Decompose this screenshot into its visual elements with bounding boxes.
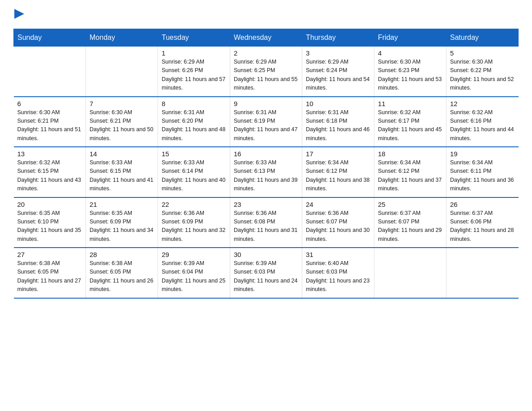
day-number: 5 [450,49,515,57]
day-number: 9 [234,100,298,107]
calendar-cell: 13Sunrise: 6:32 AMSunset: 6:15 PMDayligh… [14,147,86,197]
calendar-week-row: 27Sunrise: 6:38 AMSunset: 6:05 PMDayligh… [14,248,519,298]
calendar-week-row: 1Sunrise: 6:29 AMSunset: 6:26 PMDaylight… [14,47,519,97]
header-friday: Friday [374,29,446,47]
header-thursday: Thursday [302,29,374,47]
day-info: Sunrise: 6:32 AMSunset: 6:15 PMDaylight:… [17,158,82,193]
calendar-cell: 9Sunrise: 6:31 AMSunset: 6:19 PMDaylight… [230,97,302,147]
calendar-cell: 31Sunrise: 6:40 AMSunset: 6:03 PMDayligh… [302,248,374,298]
day-info: Sunrise: 6:30 AMSunset: 6:23 PMDaylight:… [378,58,442,93]
day-number: 20 [17,201,82,208]
day-info: Sunrise: 6:35 AMSunset: 6:09 PMDaylight:… [90,209,154,244]
page-header [13,9,519,20]
day-number: 10 [306,100,370,107]
day-info: Sunrise: 6:31 AMSunset: 6:18 PMDaylight:… [306,108,370,143]
day-number: 29 [162,251,226,258]
day-number: 1 [162,49,226,57]
calendar-cell: 29Sunrise: 6:39 AMSunset: 6:04 PMDayligh… [158,248,230,298]
calendar-cell: 10Sunrise: 6:31 AMSunset: 6:18 PMDayligh… [302,97,374,147]
calendar-cell [14,47,86,97]
day-number: 7 [90,100,154,107]
header-tuesday: Tuesday [158,29,230,47]
day-info: Sunrise: 6:29 AMSunset: 6:26 PMDaylight:… [162,58,226,93]
day-info: Sunrise: 6:33 AMSunset: 6:14 PMDaylight:… [162,158,226,193]
day-info: Sunrise: 6:34 AMSunset: 6:12 PMDaylight:… [378,158,442,193]
calendar-cell [446,248,519,298]
day-number: 26 [450,201,515,208]
header-sunday: Sunday [14,29,86,47]
day-number: 28 [90,251,154,258]
day-number: 8 [162,100,226,107]
day-number: 17 [306,150,370,158]
calendar-week-row: 20Sunrise: 6:35 AMSunset: 6:10 PMDayligh… [14,197,519,248]
day-info: Sunrise: 6:32 AMSunset: 6:17 PMDaylight:… [378,108,442,143]
day-number: 13 [17,150,82,158]
day-info: Sunrise: 6:35 AMSunset: 6:10 PMDaylight:… [17,209,82,244]
day-info: Sunrise: 6:30 AMSunset: 6:21 PMDaylight:… [90,108,154,143]
calendar-cell: 23Sunrise: 6:36 AMSunset: 6:08 PMDayligh… [230,197,302,248]
day-info: Sunrise: 6:32 AMSunset: 6:16 PMDaylight:… [450,108,515,143]
day-number: 12 [450,100,515,107]
day-info: Sunrise: 6:33 AMSunset: 6:15 PMDaylight:… [90,158,154,193]
day-number: 4 [378,49,442,57]
calendar-cell [374,248,446,298]
header-wednesday: Wednesday [230,29,302,47]
day-info: Sunrise: 6:34 AMSunset: 6:12 PMDaylight:… [306,158,370,193]
day-number: 22 [162,201,226,208]
day-number: 21 [90,201,154,208]
calendar-header-row: SundayMondayTuesdayWednesdayThursdayFrid… [14,29,519,47]
day-number: 16 [234,150,298,158]
day-number: 6 [17,100,82,107]
calendar-cell: 28Sunrise: 6:38 AMSunset: 6:05 PMDayligh… [86,248,158,298]
day-number: 24 [306,201,370,208]
day-info: Sunrise: 6:34 AMSunset: 6:11 PMDaylight:… [450,158,515,193]
calendar-cell: 1Sunrise: 6:29 AMSunset: 6:26 PMDaylight… [158,47,230,97]
day-info: Sunrise: 6:31 AMSunset: 6:20 PMDaylight:… [162,108,226,143]
calendar-cell: 20Sunrise: 6:35 AMSunset: 6:10 PMDayligh… [14,197,86,248]
svg-marker-0 [14,9,24,19]
calendar-cell: 8Sunrise: 6:31 AMSunset: 6:20 PMDaylight… [158,97,230,147]
day-info: Sunrise: 6:36 AMSunset: 6:09 PMDaylight:… [162,209,226,244]
logo [13,9,24,20]
calendar-cell: 15Sunrise: 6:33 AMSunset: 6:14 PMDayligh… [158,147,230,197]
day-info: Sunrise: 6:39 AMSunset: 6:04 PMDaylight:… [162,259,226,294]
day-info: Sunrise: 6:37 AMSunset: 6:07 PMDaylight:… [378,209,442,244]
calendar-cell: 30Sunrise: 6:39 AMSunset: 6:03 PMDayligh… [230,248,302,298]
calendar-cell: 26Sunrise: 6:37 AMSunset: 6:06 PMDayligh… [446,197,519,248]
day-info: Sunrise: 6:36 AMSunset: 6:07 PMDaylight:… [306,209,370,244]
calendar-cell: 11Sunrise: 6:32 AMSunset: 6:17 PMDayligh… [374,97,446,147]
calendar-cell: 12Sunrise: 6:32 AMSunset: 6:16 PMDayligh… [446,97,519,147]
header-saturday: Saturday [446,29,519,47]
day-info: Sunrise: 6:30 AMSunset: 6:21 PMDaylight:… [17,108,82,143]
day-info: Sunrise: 6:33 AMSunset: 6:13 PMDaylight:… [234,158,298,193]
day-info: Sunrise: 6:40 AMSunset: 6:03 PMDaylight:… [306,259,370,294]
day-number: 11 [378,100,442,107]
calendar-cell: 16Sunrise: 6:33 AMSunset: 6:13 PMDayligh… [230,147,302,197]
calendar-cell: 17Sunrise: 6:34 AMSunset: 6:12 PMDayligh… [302,147,374,197]
calendar-cell: 27Sunrise: 6:38 AMSunset: 6:05 PMDayligh… [14,248,86,298]
day-number: 27 [17,251,82,258]
day-info: Sunrise: 6:29 AMSunset: 6:25 PMDaylight:… [234,58,298,93]
calendar-cell: 18Sunrise: 6:34 AMSunset: 6:12 PMDayligh… [374,147,446,197]
day-number: 25 [378,201,442,208]
day-info: Sunrise: 6:39 AMSunset: 6:03 PMDaylight:… [234,259,298,294]
day-number: 2 [234,49,298,57]
day-number: 31 [306,251,370,258]
calendar-week-row: 13Sunrise: 6:32 AMSunset: 6:15 PMDayligh… [14,147,519,197]
day-number: 15 [162,150,226,158]
calendar-cell: 6Sunrise: 6:30 AMSunset: 6:21 PMDaylight… [14,97,86,147]
day-number: 19 [450,150,515,158]
day-info: Sunrise: 6:31 AMSunset: 6:19 PMDaylight:… [234,108,298,143]
calendar-cell: 14Sunrise: 6:33 AMSunset: 6:15 PMDayligh… [86,147,158,197]
calendar-cell: 4Sunrise: 6:30 AMSunset: 6:23 PMDaylight… [374,47,446,97]
header-monday: Monday [86,29,158,47]
calendar-cell: 24Sunrise: 6:36 AMSunset: 6:07 PMDayligh… [302,197,374,248]
day-number: 3 [306,49,370,57]
day-info: Sunrise: 6:29 AMSunset: 6:24 PMDaylight:… [306,58,370,93]
calendar-cell [86,47,158,97]
calendar-week-row: 6Sunrise: 6:30 AMSunset: 6:21 PMDaylight… [14,97,519,147]
calendar-cell: 22Sunrise: 6:36 AMSunset: 6:09 PMDayligh… [158,197,230,248]
calendar-cell: 2Sunrise: 6:29 AMSunset: 6:25 PMDaylight… [230,47,302,97]
day-info: Sunrise: 6:30 AMSunset: 6:22 PMDaylight:… [450,58,515,93]
calendar-cell: 19Sunrise: 6:34 AMSunset: 6:11 PMDayligh… [446,147,519,197]
